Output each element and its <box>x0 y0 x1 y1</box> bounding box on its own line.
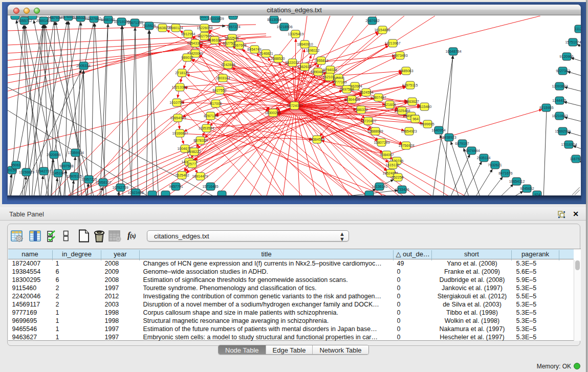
svg-text:12905115: 12905115 <box>67 174 82 178</box>
svg-text:1244415: 1244415 <box>552 99 566 102</box>
svg-text:8938923: 8938923 <box>442 136 456 139</box>
svg-text:10958107: 10958107 <box>95 181 111 184</box>
svg-text:11353594: 11353594 <box>199 126 214 130</box>
svg-text:19218506: 19218506 <box>276 25 292 29</box>
svg-text:2577: 2577 <box>188 162 196 166</box>
svg-text:3624554: 3624554 <box>359 91 373 94</box>
svg-text:964: 964 <box>412 117 419 121</box>
svg-text:16474444: 16474444 <box>464 149 480 152</box>
svg-text:7857224: 7857224 <box>226 25 240 29</box>
svg-text:9146821: 9146821 <box>259 52 273 55</box>
svg-text:17957225: 17957225 <box>81 178 97 181</box>
svg-text:17359924: 17359924 <box>68 151 83 155</box>
svg-text:8912954: 8912954 <box>181 32 195 36</box>
svg-text:8454749: 8454749 <box>247 48 261 51</box>
svg-text:18640910: 18640910 <box>297 42 313 46</box>
svg-text:10543382: 10543382 <box>187 41 203 45</box>
svg-text:1145194: 1145194 <box>51 171 65 175</box>
svg-text:11156829: 11156829 <box>19 170 34 174</box>
svg-text:18300295: 18300295 <box>265 111 280 115</box>
svg-text:7632621: 7632621 <box>488 163 502 167</box>
svg-text:9227342: 9227342 <box>556 69 570 73</box>
svg-text:252254: 252254 <box>391 176 403 179</box>
svg-text:10653287: 10653287 <box>73 16 89 19</box>
svg-text:1687939: 1687939 <box>48 16 61 19</box>
svg-text:2588520: 2588520 <box>271 57 285 60</box>
svg-text:15716485: 15716485 <box>202 185 218 188</box>
svg-text:95061: 95061 <box>11 163 21 167</box>
svg-text:20364436: 20364436 <box>344 98 360 101</box>
svg-text:9777169: 9777169 <box>333 80 346 84</box>
svg-text:12213967: 12213967 <box>384 41 400 45</box>
svg-text:9457791: 9457791 <box>169 185 183 188</box>
svg-text:12975115: 12975115 <box>402 83 418 87</box>
svg-text:6497568: 6497568 <box>340 87 354 91</box>
svg-text:9327505: 9327505 <box>198 34 211 38</box>
svg-text:16154836: 16154836 <box>374 28 390 32</box>
svg-text:9120966: 9120966 <box>559 55 573 58</box>
svg-text:2020656: 2020656 <box>47 153 60 157</box>
svg-text:15692971: 15692971 <box>555 129 571 133</box>
svg-text:13325419: 13325419 <box>288 32 303 36</box>
svg-text:9084067: 9084067 <box>380 153 394 157</box>
svg-text:16033809: 16033809 <box>208 17 224 20</box>
svg-text:116753: 116753 <box>570 157 581 161</box>
svg-text:8267130: 8267130 <box>204 114 217 118</box>
svg-text:10807487: 10807487 <box>370 96 386 99</box>
svg-text:10688609: 10688609 <box>367 129 383 133</box>
svg-text:8822037: 8822037 <box>285 61 299 64</box>
svg-text:9699695: 9699695 <box>420 122 434 126</box>
svg-text:16210643: 16210643 <box>552 114 568 118</box>
svg-text:9242848: 9242848 <box>221 63 235 67</box>
svg-text:989012: 989012 <box>181 56 193 59</box>
svg-text:2087682: 2087682 <box>365 19 379 23</box>
svg-text:817006: 817006 <box>210 102 222 105</box>
svg-text:2803144: 2803144 <box>216 76 230 80</box>
svg-text:2005334: 2005334 <box>76 64 90 68</box>
svg-text:8660124: 8660124 <box>169 26 183 30</box>
svg-text:16648784: 16648784 <box>445 50 461 53</box>
svg-text:19756928: 19756928 <box>398 144 414 147</box>
svg-text:7485063: 7485063 <box>399 69 413 73</box>
svg-text:8186328: 8186328 <box>207 38 221 42</box>
svg-text:7515526: 7515526 <box>142 24 156 28</box>
svg-text:16782759: 16782759 <box>112 186 128 189</box>
svg-text:10923468: 10923468 <box>127 191 143 194</box>
svg-text:1527602: 1527602 <box>87 17 101 20</box>
svg-text:1362615: 1362615 <box>297 65 311 69</box>
svg-text:12213389: 12213389 <box>171 85 187 89</box>
svg-text:1615132: 1615132 <box>385 163 399 167</box>
svg-text:82541: 82541 <box>228 16 238 17</box>
svg-text:14136141: 14136141 <box>372 185 387 188</box>
svg-text:2367608: 2367608 <box>232 43 246 47</box>
svg-text:19166827: 19166827 <box>172 132 188 135</box>
svg-text:16914479: 16914479 <box>192 174 208 178</box>
svg-text:9463627: 9463627 <box>405 100 419 103</box>
svg-text:7386372: 7386372 <box>354 108 367 112</box>
svg-text:16671355: 16671355 <box>127 21 143 25</box>
svg-text:20691406: 20691406 <box>36 19 52 23</box>
svg-text:10654112: 10654112 <box>509 180 525 183</box>
svg-text:15807249: 15807249 <box>374 141 389 144</box>
svg-text:1010755: 1010755 <box>169 101 183 104</box>
svg-text:17016504: 17016504 <box>561 143 577 146</box>
svg-text:9115460: 9115460 <box>418 105 432 108</box>
svg-text:8215955: 8215955 <box>539 106 553 110</box>
svg-text:924: 924 <box>534 193 540 195</box>
svg-text:10973493: 10973493 <box>391 54 407 57</box>
svg-text:6466160: 6466160 <box>101 18 115 21</box>
svg-text:12093873: 12093873 <box>552 84 568 88</box>
svg-text:15226058: 15226058 <box>197 26 212 30</box>
svg-text:7625402: 7625402 <box>175 173 189 177</box>
svg-text:7663822: 7663822 <box>156 26 169 30</box>
svg-text:18724007: 18724007 <box>287 104 302 107</box>
svg-text:6879197: 6879197 <box>455 142 469 145</box>
svg-text:17942737: 17942737 <box>35 169 51 173</box>
svg-text:10654925: 10654925 <box>170 116 186 120</box>
svg-text:19654923: 19654923 <box>401 129 417 133</box>
svg-text:621604: 621604 <box>384 103 396 106</box>
svg-text:8813054: 8813054 <box>267 18 281 21</box>
svg-text:15720407: 15720407 <box>360 119 376 123</box>
svg-text:15751074: 15751074 <box>565 40 581 44</box>
svg-text:1640954: 1640954 <box>431 128 445 132</box>
